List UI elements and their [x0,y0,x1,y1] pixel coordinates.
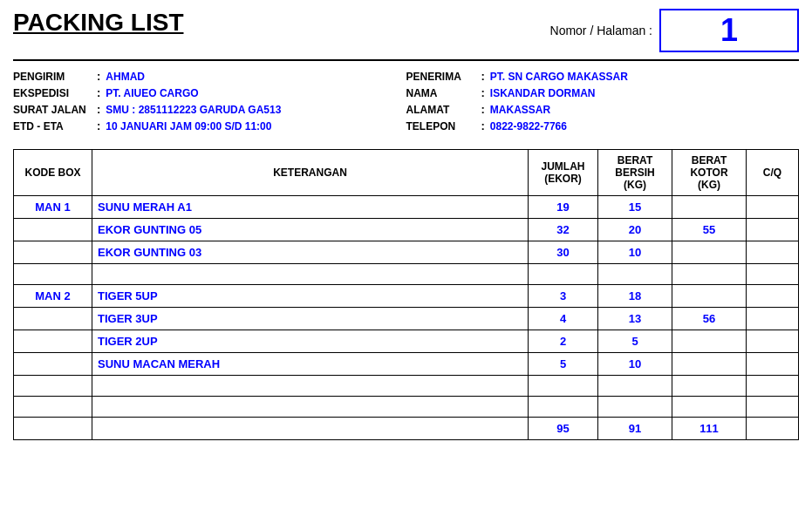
total-bersih: 91 [598,418,672,440]
table-row: TIGER 2UP25 [14,330,799,353]
cell-kodebox [14,330,92,353]
col-header-kodebox: KODE BOX [14,150,92,196]
header: PACKING LIST Nomor / Halaman : 1 [13,9,799,61]
total-jumlah: 95 [529,418,598,440]
cell-cq [747,376,799,397]
cell-cq [747,264,799,285]
cell-kodebox: MAN 1 [14,196,92,219]
info-key: ALAMAT [406,104,476,116]
nomor-box: Nomor / Halaman : 1 [550,9,799,52]
info-val: PT. AIUEO CARGO [106,87,198,99]
info-key: EKSPEDISI [13,87,92,99]
cell-kotor [672,353,747,376]
info-row: PENERIMA:PT. SN CARGO MAKASSAR [406,70,800,83]
info-key: ETD - ETA [13,120,92,132]
cell-keterangan: SUNU MACAN MERAH [92,353,529,376]
info-row: ALAMAT:MAKASSAR [406,103,800,116]
cell-cq [747,241,799,264]
info-val: ISKANDAR DORMAN [490,87,596,99]
info-sep: : [97,86,100,99]
cell-kodebox: MAN 2 [14,285,92,308]
info-key: NAMA [406,87,476,99]
table-row [14,376,799,397]
cell-kotor [672,330,747,353]
cell-bersih: 15 [598,196,672,219]
cell-kotor [672,241,747,264]
cell-keterangan: EKOR GUNTING 05 [92,219,529,241]
info-right: PENERIMA:PT. SN CARGO MAKASSARNAMA:ISKAN… [406,70,800,136]
cell-jumlah: 2 [529,330,598,353]
nomor-label: Nomor / Halaman : [550,24,652,37]
info-row: SURAT JALAN:SMU : 2851112223 GARUDA GA51… [13,103,406,116]
cell-jumlah: 5 [529,353,598,376]
info-sep: : [481,119,485,132]
cell-kodebox [14,308,92,330]
cell-jumlah [529,397,598,418]
cell-kotor [672,285,747,308]
info-row: EKSPEDISI:PT. AIUEO CARGO [13,86,406,99]
cell-keterangan: SUNU MERAH A1 [92,196,529,219]
cell-cq [747,330,799,353]
cell-jumlah: 30 [529,241,598,264]
cell-keterangan [92,264,529,285]
cell-kotor [672,264,747,285]
total-cq [747,418,799,440]
table-row: EKOR GUNTING 05322055 [14,219,799,241]
page: PACKING LIST Nomor / Halaman : 1 PENGIRI… [0,0,812,530]
cell-jumlah: 19 [529,196,598,219]
table-row: EKOR GUNTING 033010 [14,241,799,264]
info-key: PENGIRIM [13,71,92,83]
info-val: PT. SN CARGO MAKASSAR [490,71,628,83]
cell-bersih [598,264,672,285]
info-sep: : [97,119,100,132]
cell-cq [747,353,799,376]
col-header-cq: C/Q [747,150,799,196]
table-header-row: KODE BOX KETERANGAN JUMLAH (EKOR) BERAT … [14,150,799,196]
nomor-value: 1 [659,9,799,52]
cell-cq [747,219,799,241]
cell-keterangan [92,397,529,418]
total-row: 95 91 111 [14,418,799,440]
total-empty-ket [92,418,529,440]
cell-kodebox [14,397,92,418]
cell-bersih: 10 [598,353,672,376]
cell-bersih: 13 [598,308,672,330]
cell-kodebox [14,241,92,264]
cell-kodebox [14,376,92,397]
cell-kotor [672,397,747,418]
table-row: SUNU MACAN MERAH510 [14,353,799,376]
cell-bersih: 20 [598,219,672,241]
col-header-kotor: BERAT KOTOR (KG) [672,150,747,196]
page-title: PACKING LIST [13,9,183,37]
info-row: NAMA:ISKANDAR DORMAN [406,86,800,99]
cell-kotor: 56 [672,308,747,330]
cell-kodebox [14,264,92,285]
info-key: PENERIMA [406,71,476,83]
cell-bersih: 5 [598,330,672,353]
info-val: 10 JANUARI JAM 09:00 S/D 11:00 [106,120,271,132]
col-header-bersih: BERAT BERSIH (KG) [598,150,672,196]
cell-kotor [672,196,747,219]
info-sep: : [481,103,485,116]
table-row: TIGER 3UP41356 [14,308,799,330]
col-header-jumlah: JUMLAH (EKOR) [529,150,598,196]
info-val: 0822-9822-7766 [490,120,567,132]
cell-kodebox [14,219,92,241]
cell-bersih [598,376,672,397]
cell-keterangan: EKOR GUNTING 03 [92,241,529,264]
cell-keterangan: TIGER 3UP [92,308,529,330]
col-header-keterangan: KETERANGAN [92,150,529,196]
table-row [14,397,799,418]
cell-kotor: 55 [672,219,747,241]
cell-cq [747,308,799,330]
cell-jumlah: 3 [529,285,598,308]
cell-jumlah [529,264,598,285]
info-row: ETD - ETA:10 JANUARI JAM 09:00 S/D 11:00 [13,119,406,132]
cell-keterangan: TIGER 2UP [92,330,529,353]
info-val: AHMAD [106,71,145,83]
cell-cq [747,196,799,219]
info-key: SURAT JALAN [13,104,92,116]
cell-kodebox [14,353,92,376]
table-row [14,264,799,285]
cell-bersih [598,397,672,418]
